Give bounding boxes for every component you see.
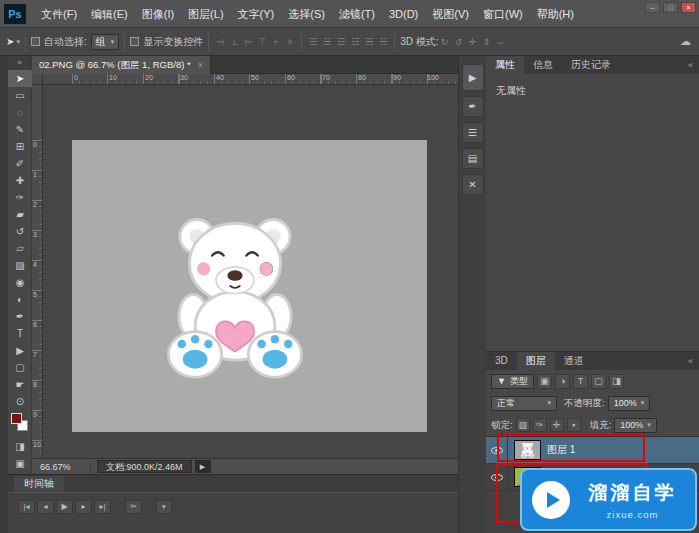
distribute-top-icon[interactable]: ☰ — [307, 37, 319, 47]
menu-type[interactable]: 文字(Y) — [231, 1, 282, 27]
auto-select-checkbox[interactable] — [31, 37, 40, 46]
align-center-icon[interactable]: ⊥ — [228, 37, 240, 47]
foreground-color-swatch[interactable] — [11, 413, 22, 424]
screen-mode-button[interactable]: ▣ — [8, 455, 32, 472]
blur-tool[interactable]: ◉ — [8, 274, 32, 291]
type-tool[interactable]: T — [8, 325, 32, 342]
adjustments-panel-icon[interactable]: ✕ — [462, 174, 484, 195]
brush-panel-icon[interactable]: ✒ — [462, 96, 484, 117]
menu-filter[interactable]: 滤镜(T) — [332, 1, 382, 27]
distribute-right-icon[interactable]: ☵ — [377, 37, 389, 47]
maximize-button[interactable]: □ — [663, 2, 678, 13]
lock-transparency-icon[interactable]: ▨ — [516, 418, 530, 432]
document-tab[interactable]: 02.PNG @ 66.7% (图层 1, RGB/8) * × — [32, 56, 211, 74]
rectangle-tool[interactable]: ▢ — [8, 359, 32, 376]
quick-mask-button[interactable]: ◨ — [8, 438, 32, 455]
menu-window[interactable]: 窗口(W) — [476, 1, 530, 27]
lock-position-icon[interactable]: ✛ — [550, 418, 564, 432]
filter-type-layers-icon[interactable]: T — [573, 374, 588, 389]
tab-history[interactable]: 历史记录 — [562, 56, 620, 74]
collapse-panel-icon[interactable]: « — [688, 60, 699, 70]
gradient-tool[interactable]: ▨ — [8, 257, 32, 274]
menu-image[interactable]: 图像(I) — [135, 1, 181, 27]
distribute-left-icon[interactable]: ☳ — [349, 37, 361, 47]
hand-tool[interactable]: ☛ — [8, 376, 32, 393]
tab-timeline[interactable]: 时间轴 — [14, 476, 64, 492]
eyedropper-tool[interactable]: ✐ — [8, 155, 32, 172]
zoom-tool[interactable]: ⊙ — [8, 393, 32, 410]
canvas-area[interactable] — [43, 85, 458, 458]
align-middle-icon[interactable]: ⊦ — [270, 37, 282, 47]
3d-rotate-icon[interactable]: ↻ — [439, 37, 451, 47]
move-tool-preset[interactable]: ➤ ▾ — [6, 36, 20, 47]
go-to-last-frame-button[interactable]: ▸| — [94, 500, 111, 514]
spot-healing-brush-tool[interactable]: ✚ — [8, 172, 32, 189]
blend-mode-dropdown[interactable]: 正常 ▾ — [491, 396, 557, 411]
go-to-first-frame-button[interactable]: |◂ — [18, 500, 35, 514]
clone-stamp-tool[interactable]: ▰ — [8, 206, 32, 223]
show-transform-checkbox[interactable] — [130, 37, 139, 46]
crop-tool[interactable]: ⊞ — [8, 138, 32, 155]
menu-layer[interactable]: 图层(L) — [181, 1, 230, 27]
color-swatches[interactable] — [8, 410, 31, 438]
quick-selection-tool[interactable]: ✎ — [8, 121, 32, 138]
menu-view[interactable]: 视图(V) — [425, 1, 476, 27]
align-right-icon[interactable]: ⊢ — [242, 37, 254, 47]
collapse-panel-icon[interactable]: « — [688, 356, 699, 366]
pen-tool[interactable]: ✒ — [8, 308, 32, 325]
menu-file[interactable]: 文件(F) — [34, 1, 84, 27]
align-top-icon[interactable]: ⊤ — [256, 37, 268, 47]
filter-pixel-layers-icon[interactable]: ▣ — [537, 374, 552, 389]
minimize-button[interactable]: – — [645, 2, 660, 13]
menu-3d[interactable]: 3D(D) — [382, 1, 425, 27]
3d-drag-icon[interactable]: ✛ — [467, 37, 479, 47]
tab-properties[interactable]: 属性 — [486, 56, 524, 74]
tab-channels[interactable]: 通道 — [555, 352, 593, 370]
tab-3d[interactable]: 3D — [486, 352, 517, 370]
zoom-level-field[interactable]: 66.67% — [40, 462, 90, 472]
brush-tool[interactable]: ✑ — [8, 189, 32, 206]
auto-select-dropdown[interactable]: 组 ▾ — [91, 34, 120, 50]
paragraph-panel-icon[interactable]: ☰ — [462, 122, 484, 143]
actions-panel-icon[interactable]: ▶ — [462, 64, 484, 91]
swatches-panel-icon[interactable]: ▤ — [462, 148, 484, 169]
split-clip-icon[interactable]: ✂ — [125, 500, 142, 514]
3d-roll-icon[interactable]: ↺ — [453, 37, 465, 47]
align-bottom-icon[interactable]: ⊧ — [284, 37, 296, 47]
path-selection-tool[interactable]: ▶ — [8, 342, 32, 359]
status-menu-icon[interactable]: ▶ — [195, 460, 211, 473]
menu-edit[interactable]: 编辑(E) — [84, 1, 135, 27]
history-brush-tool[interactable]: ↺ — [8, 223, 32, 240]
distribute-middle-icon[interactable]: ☱ — [321, 37, 333, 47]
filter-type-dropdown[interactable]: ▼ 类型 — [491, 374, 534, 389]
tools-collapse-icon[interactable]: » — [8, 56, 31, 70]
lock-pixels-icon[interactable]: ✑ — [533, 418, 547, 432]
play-button[interactable]: ▶ — [56, 500, 73, 514]
timeline-options-dropdown[interactable]: ▾ — [156, 500, 172, 514]
filter-adjustment-layers-icon[interactable]: ◑ — [555, 374, 570, 389]
lasso-tool[interactable]: ◌ — [8, 104, 32, 121]
rectangular-marquee-tool[interactable]: ▭ — [8, 87, 32, 104]
menu-select[interactable]: 选择(S) — [281, 1, 332, 27]
filter-smart-objects-icon[interactable]: ◨ — [609, 374, 624, 389]
dodge-tool[interactable]: ◐ — [8, 291, 32, 308]
menu-help[interactable]: 帮助(H) — [530, 1, 581, 27]
3d-slide-icon[interactable]: ⇕ — [481, 37, 493, 47]
tab-info[interactable]: 信息 — [524, 56, 562, 74]
lock-all-icon[interactable]: ▪ — [567, 418, 581, 432]
align-left-icon[interactable]: ⊣ — [214, 37, 226, 47]
previous-frame-button[interactable]: ◂ — [37, 500, 54, 514]
filter-shape-layers-icon[interactable]: ▢ — [591, 374, 606, 389]
eraser-tool[interactable]: ▱ — [8, 240, 32, 257]
distribute-center-icon[interactable]: ☴ — [363, 37, 375, 47]
document-image[interactable] — [72, 140, 427, 432]
close-button[interactable]: × — [681, 2, 696, 13]
cloud-sync-icon[interactable]: ☁ — [680, 35, 691, 48]
ruler-origin[interactable] — [32, 74, 43, 85]
tab-close-icon[interactable]: × — [198, 60, 203, 70]
opacity-dropdown[interactable]: 100% ▾ — [608, 396, 651, 411]
distribute-bottom-icon[interactable]: ☲ — [335, 37, 347, 47]
tab-layers[interactable]: 图层 — [517, 352, 555, 370]
next-frame-button[interactable]: ▸ — [75, 500, 92, 514]
fill-dropdown[interactable]: 100% ▾ — [614, 418, 657, 433]
